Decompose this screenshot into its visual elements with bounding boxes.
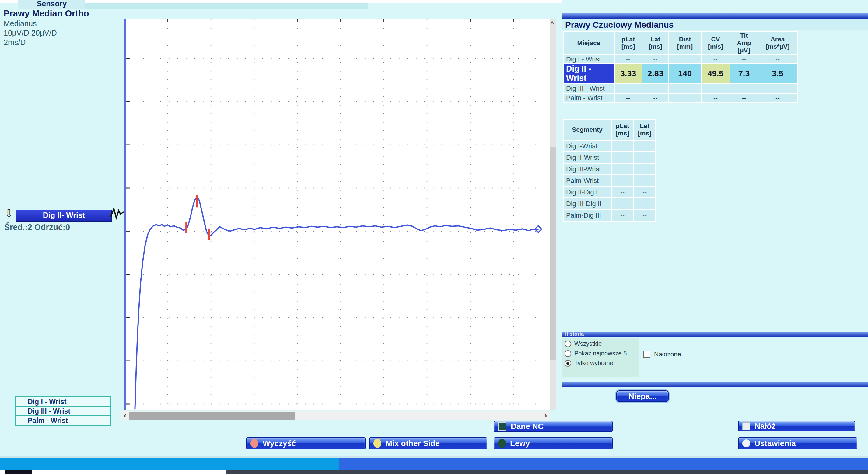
row-label[interactable]: Dig III - Wrist <box>564 84 614 93</box>
table-row[interactable]: Palm-Wrist <box>564 175 655 186</box>
row-label[interactable]: Dig II-Dig I <box>564 187 611 197</box>
table-row[interactable]: Dig III - Wrist---------- <box>564 84 797 93</box>
row-label[interactable]: Dig II - Wrist <box>564 64 614 83</box>
down-arrow-icon[interactable]: ⇩ <box>4 208 13 219</box>
row-label[interactable]: Palm-Dig III <box>564 210 611 221</box>
table-row[interactable]: Dig II-Wrist <box>564 152 655 163</box>
mix-other-side-button[interactable]: Mix other Side <box>369 437 487 449</box>
value-cell <box>612 140 633 151</box>
row-label[interactable]: Palm-Wrist <box>564 175 611 186</box>
value-cell <box>634 140 655 151</box>
value-cell: -- <box>615 55 642 63</box>
scroll-right-icon[interactable]: › <box>542 411 550 420</box>
row-label[interactable]: Dig III-Dig II <box>564 198 611 209</box>
bottom-bar-right <box>339 458 868 470</box>
history-radio-option[interactable]: Pokaż najnowsze 5 <box>564 350 627 357</box>
bottom-bar-left <box>0 458 339 470</box>
nc-data-icon <box>498 422 506 431</box>
column-header: pLat [ms] <box>615 32 642 54</box>
results-panel-title: Prawy Czuciowy Medianus <box>561 19 868 30</box>
value-cell: 3.5 <box>758 64 797 83</box>
vertical-scroll-thumb[interactable] <box>550 147 556 360</box>
wyczysc-button[interactable]: Wyczyść <box>246 437 366 449</box>
row-label[interactable]: Dig I-Wrist <box>564 140 611 151</box>
radio-icon[interactable] <box>564 341 571 347</box>
value-cell <box>612 152 633 163</box>
table-row[interactable]: Dig II-Dig I---- <box>564 187 655 197</box>
overlay-checkbox[interactable] <box>643 351 650 358</box>
table-row[interactable]: Dig I - Wrist---------- <box>564 55 797 63</box>
table-row[interactable]: Dig III-Wrist <box>564 164 655 175</box>
ustawienia-button[interactable]: Ustawienia <box>738 437 857 449</box>
overlay-square-icon <box>742 422 750 430</box>
clear-icon <box>250 439 258 448</box>
value-cell: 140 <box>669 64 701 83</box>
column-header: Miejsca <box>564 32 614 54</box>
history-options-box: WszystkiePokaż najnowsze 5Tylko wybrane <box>561 338 640 377</box>
column-header: Area [ms*µV] <box>758 32 797 54</box>
horizontal-scrollbar[interactable]: ‹ › <box>121 411 550 420</box>
waveform-plot[interactable] <box>124 20 550 411</box>
column-header: Dist [mm] <box>669 32 701 54</box>
table-row[interactable]: Dig I-Wrist <box>564 140 655 151</box>
ustawienia-label: Ustawienia <box>754 439 796 448</box>
value-cell: -- <box>634 210 655 221</box>
lewy-button[interactable]: Lewy <box>494 437 613 449</box>
value-cell: -- <box>702 55 730 63</box>
radio-icon[interactable] <box>564 360 571 367</box>
panel-top-bar <box>561 13 868 19</box>
value-cell <box>612 175 633 186</box>
table-row[interactable]: Palm-Dig III---- <box>564 210 655 221</box>
history-radio-option[interactable]: Wszystkie <box>564 340 602 347</box>
overlay-checkbox-row[interactable]: Nałożone <box>643 351 681 358</box>
nerve-list-item[interactable]: Palm - Wrist <box>15 416 111 425</box>
wyczysc-label: Wyczyść <box>262 439 296 448</box>
vertical-scrollbar[interactable]: ^ <box>550 20 556 411</box>
value-cell <box>634 164 655 175</box>
taskbar-segment-gray <box>226 470 868 474</box>
naloz-label: Nałóż <box>754 421 775 431</box>
taskbar-segment-dark <box>5 470 32 474</box>
value-cell: -- <box>643 94 668 102</box>
value-cell: -- <box>634 187 655 197</box>
radio-icon[interactable] <box>564 350 571 357</box>
selected-trace-bar[interactable]: Dig II- Wrist <box>16 210 112 222</box>
trace-title: Prawy Median Ortho <box>4 8 89 19</box>
nerve-list-item[interactable]: Dig I - Wrist <box>15 397 111 407</box>
value-cell: -- <box>731 94 757 102</box>
value-cell: -- <box>615 84 642 93</box>
table-row[interactable]: Dig II - Wrist3.332.8314049.57.33.5 <box>564 64 797 83</box>
column-header: Tlt Amp [µV] <box>731 32 757 54</box>
column-header: pLat [ms] <box>612 120 633 140</box>
table-row[interactable]: Dig III-Dig II---- <box>564 198 655 209</box>
scroll-up-icon[interactable]: ^ <box>550 20 554 28</box>
horizontal-scroll-thumb[interactable] <box>129 412 295 420</box>
dane-nc-label: Dane NC <box>511 422 544 431</box>
naloz-button[interactable]: Nałóż <box>738 421 855 432</box>
panel-separator-bar <box>561 382 868 387</box>
value-cell: -- <box>612 187 633 197</box>
nerve-list-item[interactable]: Dig III - Wrist <box>15 406 111 416</box>
value-cell: -- <box>615 94 642 102</box>
niepa-button[interactable]: Niepa... <box>616 390 669 402</box>
history-radio-option[interactable]: Tylko wybrane <box>564 360 613 367</box>
value-cell: -- <box>612 198 633 209</box>
value-cell <box>669 94 701 102</box>
row-label[interactable]: Dig III-Wrist <box>564 164 611 175</box>
mix-other-side-label: Mix other Side <box>385 439 440 448</box>
table-row[interactable]: Palm - Wrist---------- <box>564 94 797 102</box>
value-cell <box>669 84 701 93</box>
trace-settings-text: Medianus 10µV/D 20µV/D 2ms/D <box>4 19 57 47</box>
column-header: CV [m/s] <box>702 32 730 54</box>
row-label[interactable]: Dig I - Wrist <box>564 55 614 63</box>
dane-nc-button[interactable]: Dane NC <box>494 421 613 432</box>
settings-icon <box>742 439 750 447</box>
waveform-svg <box>126 20 550 411</box>
niepa-button-label: Niepa... <box>628 392 656 401</box>
tab-sensory[interactable]: Sensory <box>18 0 85 9</box>
waveform-icon[interactable] <box>110 207 125 220</box>
row-label[interactable]: Palm - Wrist <box>564 94 614 102</box>
row-label[interactable]: Dig II-Wrist <box>564 152 611 163</box>
scroll-left-icon[interactable]: ‹ <box>121 411 129 420</box>
mix-icon <box>373 439 381 448</box>
